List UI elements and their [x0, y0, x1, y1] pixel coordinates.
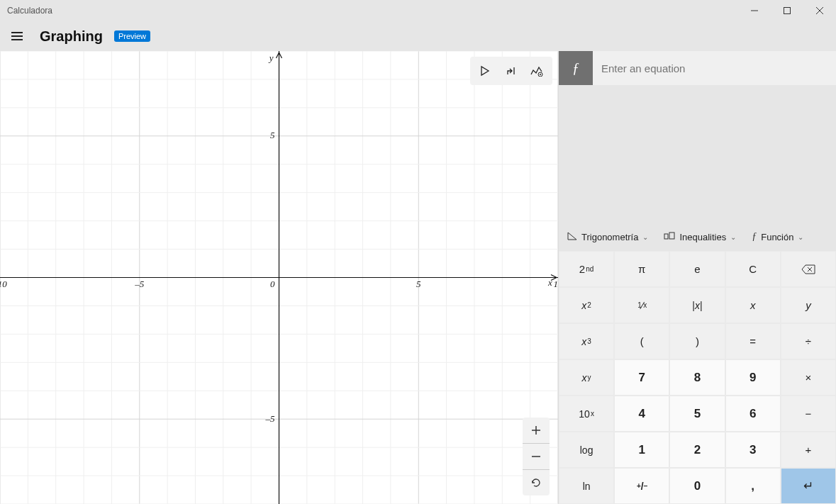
key-divide[interactable]: ÷: [781, 323, 836, 359]
key-9[interactable]: 9: [725, 359, 781, 396]
fx-button[interactable]: ƒ: [559, 51, 593, 85]
key-multiply[interactable]: ×: [781, 359, 836, 396]
key-reciprocal[interactable]: 1∕x: [614, 287, 669, 323]
svg-rect-1: [784, 8, 791, 14]
key-lparen[interactable]: (: [614, 323, 669, 359]
key-second[interactable]: 2nd: [559, 251, 614, 287]
share-button[interactable]: [498, 60, 524, 82]
preview-badge: Preview: [114, 30, 150, 42]
key-clear[interactable]: C: [725, 251, 781, 287]
inequality-icon: [664, 231, 675, 242]
zoom-in-button[interactable]: [523, 418, 550, 443]
function-icon: ƒ: [752, 231, 757, 242]
key-6[interactable]: 6: [725, 396, 781, 432]
key-5[interactable]: 5: [669, 396, 725, 432]
graph-pane[interactable]: [0, 51, 559, 504]
titlebar: Calculadora: [0, 0, 836, 21]
key-backspace[interactable]: [781, 251, 836, 287]
key-8[interactable]: 8: [669, 359, 725, 396]
key-y[interactable]: y: [781, 287, 836, 323]
key-cube[interactable]: x3: [559, 323, 614, 359]
zoom-reset-button[interactable]: [523, 470, 550, 495]
svg-rect-14: [669, 233, 674, 239]
key-decimal[interactable]: ,: [725, 468, 781, 504]
maximize-button[interactable]: [771, 0, 803, 21]
key-2[interactable]: 2: [669, 432, 725, 468]
key-e[interactable]: e: [669, 251, 725, 287]
category-trig-label: Trigonometría: [581, 232, 638, 242]
key-7[interactable]: 7: [614, 359, 669, 396]
chevron-down-icon: ⌄: [642, 233, 648, 241]
category-trig[interactable]: Trigonometría ⌄: [567, 231, 648, 242]
key-plus[interactable]: +: [781, 432, 836, 468]
key-pi[interactable]: π: [614, 251, 669, 287]
category-func-label: Función: [761, 232, 793, 242]
graph-canvas[interactable]: [0, 51, 558, 504]
equation-input[interactable]: [593, 51, 836, 85]
key-equals[interactable]: =: [725, 323, 781, 359]
close-button[interactable]: [803, 0, 836, 21]
key-rparen[interactable]: ): [669, 323, 725, 359]
key-0[interactable]: 0: [669, 468, 725, 504]
graph-tools: [470, 57, 552, 85]
key-minus[interactable]: −: [781, 396, 836, 432]
key-1[interactable]: 1: [614, 432, 669, 468]
svg-rect-13: [664, 234, 668, 239]
mode-title: Graphing: [40, 28, 103, 45]
category-ineq-label: Inequalities: [679, 232, 726, 242]
key-tenpow[interactable]: 10x: [559, 396, 614, 432]
key-abs[interactable]: |x|: [669, 287, 725, 323]
key-enter[interactable]: ↵: [781, 468, 836, 504]
key-log[interactable]: log: [559, 432, 614, 468]
trace-button[interactable]: [473, 60, 498, 82]
category-ineq[interactable]: Inequalities ⌄: [664, 231, 736, 242]
minimize-button[interactable]: [738, 0, 771, 21]
key-3[interactable]: 3: [725, 432, 781, 468]
category-bar: Trigonometría ⌄ Inequalities ⌄ ƒ Función…: [559, 223, 836, 251]
chevron-down-icon: ⌄: [798, 233, 803, 241]
key-power[interactable]: xy: [559, 359, 614, 396]
chevron-down-icon: ⌄: [730, 233, 736, 241]
equation-list: [559, 85, 836, 223]
zoom-controls: [523, 418, 550, 495]
keypad: 2nd π e C x2 1∕x |x| x y x3 ( ) = ÷ xy 7…: [559, 251, 836, 504]
category-func[interactable]: ƒ Función ⌄: [752, 231, 803, 242]
header: Graphing Preview: [0, 21, 836, 51]
key-x[interactable]: x: [725, 287, 781, 323]
key-negate[interactable]: +/−: [614, 468, 669, 504]
window-title: Calculadora: [0, 6, 52, 16]
key-4[interactable]: 4: [614, 396, 669, 432]
equation-row: ƒ: [559, 51, 836, 85]
menu-button[interactable]: [6, 25, 28, 47]
graph-options-button[interactable]: [524, 60, 550, 82]
key-ln[interactable]: ln: [559, 468, 614, 504]
zoom-out-button[interactable]: [523, 444, 550, 469]
equation-panel: ƒ Trigonometría ⌄ Inequalities ⌄ ƒ: [559, 51, 836, 504]
angle-icon: [567, 231, 577, 242]
key-square[interactable]: x2: [559, 287, 614, 323]
